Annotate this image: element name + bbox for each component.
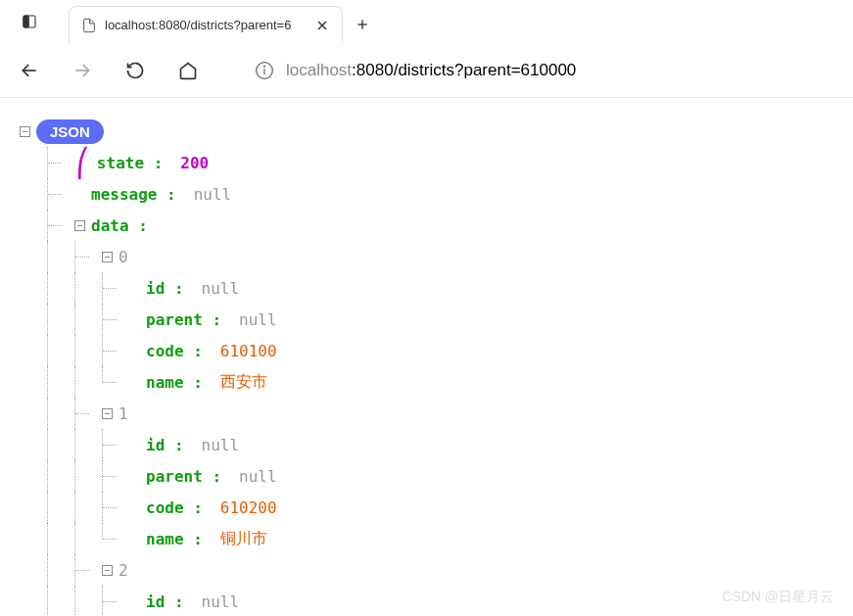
array-index: 0 bbox=[118, 248, 128, 266]
reload-button[interactable] bbox=[118, 53, 153, 88]
array-index: 1 bbox=[118, 404, 128, 423]
home-button[interactable] bbox=[170, 53, 206, 88]
json-value-null: null bbox=[194, 185, 232, 204]
json-key: message bbox=[91, 185, 176, 204]
json-key: id bbox=[146, 592, 184, 611]
watermark-text: CSDN @日星月云 bbox=[722, 589, 833, 606]
json-value-null: null bbox=[202, 279, 240, 298]
json-value-null: null bbox=[239, 310, 277, 329]
json-value-number: 200 bbox=[180, 154, 209, 172]
json-key: code bbox=[146, 498, 203, 517]
json-badge: JSON bbox=[36, 119, 104, 144]
json-viewer: − JSON ⎛ state 200 message null − data −… bbox=[0, 98, 853, 616]
array-index: 2 bbox=[118, 561, 128, 580]
json-value-string: 610100 bbox=[220, 342, 277, 360]
browser-tab[interactable]: localhost:8080/districts?parent=6 bbox=[69, 6, 343, 43]
address-bar[interactable]: localhost:8080/districts?parent=610000 bbox=[243, 53, 841, 88]
json-key: code bbox=[146, 342, 203, 360]
json-key: data bbox=[91, 216, 148, 235]
collapse-toggle[interactable]: − bbox=[102, 408, 113, 419]
new-tab-button[interactable] bbox=[343, 6, 382, 43]
info-icon[interactable] bbox=[255, 61, 274, 80]
json-value-null: null bbox=[239, 467, 277, 486]
browser-titlebar: localhost:8080/districts?parent=6 bbox=[0, 0, 853, 43]
json-value-string: 西安市 bbox=[220, 372, 267, 393]
json-key: name bbox=[146, 530, 203, 548]
svg-rect-1 bbox=[24, 16, 28, 27]
json-key: name bbox=[146, 373, 203, 392]
json-value-string: 铜川市 bbox=[220, 529, 267, 549]
svg-point-10 bbox=[264, 66, 265, 67]
window-menu-icon[interactable] bbox=[0, 0, 59, 43]
url-text: localhost:8080/districts?parent=610000 bbox=[286, 61, 576, 80]
json-key: parent bbox=[146, 467, 221, 486]
forward-button bbox=[65, 53, 100, 88]
collapse-toggle[interactable]: − bbox=[102, 252, 113, 262]
json-value-null: null bbox=[202, 436, 240, 454]
json-key: state bbox=[97, 154, 163, 172]
json-key: id bbox=[146, 279, 184, 298]
json-value-null: null bbox=[202, 592, 240, 611]
collapse-toggle[interactable]: − bbox=[102, 565, 113, 576]
back-button[interactable] bbox=[12, 53, 47, 88]
json-value-string: 610200 bbox=[220, 498, 277, 517]
json-key: id bbox=[146, 436, 184, 454]
collapse-toggle[interactable]: − bbox=[20, 126, 30, 137]
page-icon bbox=[81, 18, 97, 33]
browser-toolbar: localhost:8080/districts?parent=610000 bbox=[0, 43, 853, 98]
open-brace-icon: ⎛ bbox=[74, 147, 91, 179]
tab-title: localhost:8080/districts?parent=6 bbox=[105, 18, 307, 32]
collapse-toggle[interactable]: − bbox=[74, 220, 85, 231]
json-key: parent bbox=[146, 310, 221, 329]
close-tab-icon[interactable] bbox=[314, 18, 330, 33]
